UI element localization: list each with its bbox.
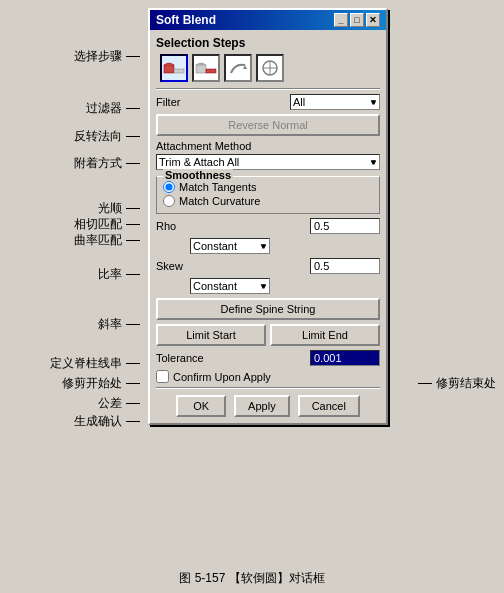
svg-rect-1 — [174, 69, 184, 73]
rho-type-select[interactable]: Constant Variable — [190, 238, 270, 254]
annotation-skew: 斜率 — [98, 316, 140, 333]
annotation-confirm: 生成确认 — [74, 413, 140, 430]
match-curvature-row: Match Curvature — [163, 195, 373, 207]
tolerance-label: Tolerance — [156, 352, 204, 364]
match-tangents-row: Match Tangents — [163, 181, 373, 193]
cancel-button[interactable]: Cancel — [298, 395, 360, 417]
skew-row: Skew — [156, 258, 380, 274]
skew-type-row: Constant Variable ▼ — [156, 278, 380, 294]
match-curvature-radio[interactable] — [163, 195, 175, 207]
step-icon-3[interactable] — [224, 54, 252, 82]
attachment-method-label: Attachment Method — [156, 140, 380, 152]
match-tangents-radio[interactable] — [163, 181, 175, 193]
selection-steps-label: Selection Steps — [156, 36, 380, 50]
annotation-define-spine: 定义脊柱线串 — [50, 355, 140, 372]
skew-label: Skew — [156, 260, 186, 272]
dialog: Soft Blend _ □ ✕ Selection Steps — [148, 8, 388, 425]
minimize-button[interactable]: _ — [334, 13, 348, 27]
limit-end-button[interactable]: Limit End — [270, 324, 380, 346]
match-curvature-label: Match Curvature — [179, 195, 260, 207]
annotation-rho: 比率 — [98, 266, 140, 283]
define-spine-button[interactable]: Define Spine String — [156, 298, 380, 320]
filter-select[interactable]: All Curves Edges Faces — [290, 94, 380, 110]
dialog-titlebar: Soft Blend _ □ ✕ — [150, 10, 386, 30]
bottom-buttons: OK Apply Cancel — [156, 395, 380, 417]
attachment-method-select-wrapper[interactable]: Trim & Attach All Trim & Attach Attach ▼ — [156, 154, 380, 170]
rho-type-row: Constant Variable ▼ — [156, 238, 380, 254]
titlebar-buttons: _ □ ✕ — [334, 13, 380, 27]
svg-rect-3 — [206, 69, 216, 73]
match-tangents-label: Match Tangents — [179, 181, 256, 193]
confirm-label: Confirm Upon Apply — [173, 371, 271, 383]
separator-1 — [156, 88, 380, 90]
step-icon-4[interactable] — [256, 54, 284, 82]
annotation-smoothness: 光顺 — [98, 200, 140, 217]
annotation-limit-start: 修剪开始处 — [62, 375, 140, 392]
confirm-checkbox[interactable] — [156, 370, 169, 383]
dialog-title: Soft Blend — [156, 13, 216, 27]
separator-2 — [156, 387, 380, 389]
smoothness-label: Smoothness — [163, 169, 233, 181]
selection-steps-row — [156, 54, 380, 82]
annotations-left: 选择步骤 过滤器 反转法向 附着方式 光顺 相切匹配 曲率匹配 比率 斜率 定义… — [0, 0, 150, 593]
skew-type-wrapper[interactable]: Constant Variable ▼ — [190, 278, 270, 294]
rho-input[interactable] — [310, 218, 380, 234]
rho-label: Rho — [156, 220, 186, 232]
filter-row: Filter All Curves Edges Faces ▼ — [156, 94, 380, 110]
svg-rect-2 — [196, 65, 206, 73]
rho-type-wrapper[interactable]: Constant Variable ▼ — [190, 238, 270, 254]
figure-caption: 图 5-157 【软倒圆】对话框 — [0, 570, 504, 587]
skew-type-select[interactable]: Constant Variable — [190, 278, 270, 294]
annotation-filter: 过滤器 — [86, 100, 140, 117]
limit-start-button[interactable]: Limit Start — [156, 324, 266, 346]
tolerance-row: Tolerance — [156, 350, 380, 366]
svg-rect-0 — [164, 65, 174, 73]
annotation-match-curvature: 曲率匹配 — [74, 232, 140, 249]
annotation-attachment-method: 附着方式 — [74, 155, 140, 172]
dialog-content: Selection Steps — [150, 30, 386, 423]
maximize-button[interactable]: □ — [350, 13, 364, 27]
filter-label: Filter — [156, 96, 180, 108]
smoothness-groupbox: Smoothness Match Tangents Match Curvatur… — [156, 176, 380, 214]
attachment-select-container[interactable]: Trim & Attach All Trim & Attach Attach ▼ — [156, 154, 380, 170]
outer-container: 选择步骤 过滤器 反转法向 附着方式 光顺 相切匹配 曲率匹配 比率 斜率 定义… — [0, 0, 504, 593]
attachment-select[interactable]: Trim & Attach All Trim & Attach Attach — [156, 154, 380, 170]
tolerance-input[interactable] — [310, 350, 380, 366]
ok-button[interactable]: OK — [176, 395, 226, 417]
annotation-reverse-normal: 反转法向 — [74, 128, 140, 145]
limit-buttons-row: Limit Start Limit End — [156, 324, 380, 346]
filter-select-wrapper[interactable]: All Curves Edges Faces ▼ — [290, 94, 380, 110]
reverse-normal-button[interactable]: Reverse Normal — [156, 114, 380, 136]
close-button[interactable]: ✕ — [366, 13, 380, 27]
rho-row: Rho — [156, 218, 380, 234]
annotation-selection-steps: 选择步骤 — [74, 48, 140, 65]
step-icon-2[interactable] — [192, 54, 220, 82]
confirm-row: Confirm Upon Apply — [156, 370, 380, 383]
annotation-match-tangents: 相切匹配 — [74, 216, 140, 233]
annotation-tolerance: 公差 — [98, 395, 140, 412]
annotation-limit-end: 修剪结束处 — [418, 375, 496, 392]
skew-input[interactable] — [310, 258, 380, 274]
apply-button[interactable]: Apply — [234, 395, 290, 417]
step-icon-1[interactable] — [160, 54, 188, 82]
